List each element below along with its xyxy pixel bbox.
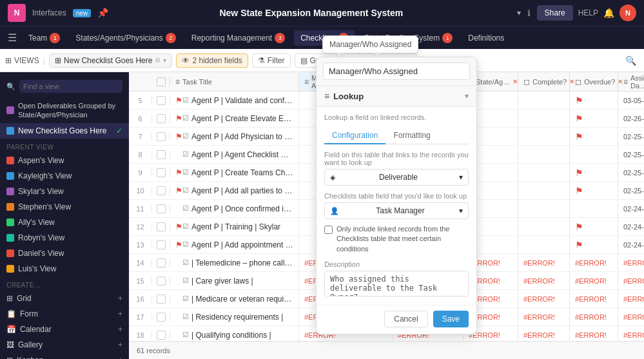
td-overdue[interactable]: ⚑: [570, 218, 618, 235]
td-overdue[interactable]: ⚑: [570, 128, 618, 145]
sidebar-create-form[interactable]: 📋 Form +: [0, 306, 129, 322]
lookup-tab-configuration[interactable]: Configuration: [324, 128, 385, 144]
td-task-title[interactable]: ⚑ ☑ Agent P | Agent Checklist Channel | …: [170, 146, 299, 163]
hidden-fields-button[interactable]: 👁 2 hidden fields: [176, 53, 248, 68]
td-assigned-date[interactable]: #ERROR!: [618, 308, 644, 325]
td-complete[interactable]: [518, 110, 570, 127]
td-overdue[interactable]: #ERROR!: [570, 254, 618, 271]
share-button[interactable]: Share: [537, 5, 573, 21]
row-checkbox[interactable]: [157, 132, 166, 141]
row-checkbox[interactable]: [157, 204, 166, 213]
row-checkbox[interactable]: [157, 114, 166, 123]
td-task-title[interactable]: ⚑ ☑ Agent P | Create Teams Channel | Ste…: [170, 164, 299, 181]
td-assigned-date[interactable]: 02-24-2022: [618, 200, 644, 217]
td-assigned-date[interactable]: #ERROR!: [618, 272, 644, 289]
td-complete[interactable]: #ERROR!: [518, 308, 570, 325]
td-complete[interactable]: [518, 236, 570, 253]
sidebar-item-luiss-view[interactable]: Luis's View: [0, 261, 129, 277]
td-complete[interactable]: [518, 164, 570, 181]
td-task-title[interactable]: ⚑ ☑ | Care giver laws |: [170, 272, 299, 289]
sidebar-item-new-checklist[interactable]: New Checklist Goes Here ✓: [0, 123, 129, 139]
lookup-save-button[interactable]: Save: [433, 311, 469, 327]
sidebar-item-aspens-view[interactable]: Aspen's View: [0, 153, 129, 168]
th-task-title[interactable]: ≡ Task Title: [170, 72, 299, 91]
td-assigned-date[interactable]: #ERROR!: [618, 254, 644, 271]
help-button[interactable]: HELP: [578, 8, 598, 17]
th-overdue[interactable]: ◻ Overdue? ✕: [570, 72, 618, 91]
td-task-title[interactable]: ⚑ ☑ Agent P | Add Physician to Doxy | St…: [170, 128, 299, 145]
th-assigned-date[interactable]: ≡ Assigned Da…: [618, 72, 644, 91]
header-checkbox[interactable]: [157, 77, 166, 86]
filter-button[interactable]: ⚗ Filter: [252, 53, 291, 68]
lookup-field-select-2[interactable]: 👤 Task Manager ▾: [324, 202, 469, 219]
sidebar-item-skylars-view[interactable]: Skylar's View: [0, 184, 129, 199]
td-complete[interactable]: [518, 200, 570, 217]
sidebar-item-daniels-view[interactable]: Daniel's View: [0, 246, 129, 261]
td-complete[interactable]: #ERROR!: [518, 254, 570, 271]
find-view-input[interactable]: [19, 80, 122, 93]
sidebar-item-open-deliverables[interactable]: Open Deliverables Grouped by State/Agent…: [0, 98, 129, 123]
td-complete[interactable]: [518, 182, 570, 199]
sidebar-create-calendar[interactable]: 📅 Calendar +: [0, 322, 129, 337]
td-overdue[interactable]: [570, 200, 618, 217]
state-filter-icon[interactable]: ✕: [512, 78, 518, 85]
nav-states-agents[interactable]: States/Agents/Physicians 2: [69, 30, 182, 46]
td-task-title[interactable]: ⚑ ☑ Agent P | Training | Skylar: [170, 218, 299, 235]
td-complete[interactable]: [518, 92, 570, 109]
search-icon[interactable]: 🔍: [623, 53, 639, 68]
lookup-checkbox[interactable]: [324, 226, 333, 234]
td-assigned-date[interactable]: 02-26-2022: [618, 110, 644, 127]
td-complete[interactable]: #ERROR!: [518, 272, 570, 289]
info-icon[interactable]: ℹ: [527, 8, 531, 18]
td-overdue[interactable]: #ERROR!: [570, 272, 618, 289]
notification-icon[interactable]: 🔔: [603, 8, 614, 18]
td-overdue[interactable]: ⚑: [570, 92, 618, 109]
sidebar-item-robyns-view[interactable]: Robyn's View: [0, 230, 129, 246]
td-assigned-date[interactable]: 02-25-2022: [618, 164, 644, 181]
nav-team[interactable]: Team 1: [22, 30, 66, 46]
td-task-title[interactable]: ⚑ ☑ Agent P | Add all parties to channel…: [170, 182, 299, 199]
row-checkbox[interactable]: [157, 295, 166, 304]
title-arrow-icon[interactable]: ▾: [517, 8, 521, 17]
td-assigned-date[interactable]: 03-05-2022: [618, 92, 644, 109]
td-assigned-date[interactable]: 02-24-2022: [618, 236, 644, 253]
td-overdue[interactable]: #ERROR!: [570, 290, 618, 307]
views-button[interactable]: ⊞ VIEWS: [5, 56, 39, 65]
row-checkbox[interactable]: [157, 331, 166, 340]
sidebar-create-kanban[interactable]: ⊟ Kanban +: [0, 353, 129, 359]
active-tab[interactable]: ⊞ New Checklist Goes Here ⚙ ▾: [49, 53, 172, 68]
sidebar-item-stephens-view[interactable]: Stephen's View: [0, 199, 129, 215]
row-checkbox[interactable]: [157, 168, 166, 177]
lookup-name-input[interactable]: [323, 63, 470, 80]
th-complete[interactable]: ◻ Complete? ✕: [518, 72, 570, 91]
add-kanban-icon[interactable]: +: [118, 356, 122, 359]
active-tab-arrow-icon[interactable]: ▾: [163, 57, 166, 64]
lookup-tab-formatting[interactable]: Formatting: [385, 128, 438, 144]
sidebar-item-allys-view[interactable]: Ally's View: [0, 215, 129, 230]
row-checkbox[interactable]: [157, 240, 166, 249]
td-overdue[interactable]: #ERROR!: [570, 308, 618, 325]
td-assigned-date[interactable]: 02-25-2022: [618, 146, 644, 163]
row-checkbox[interactable]: [157, 222, 166, 231]
add-grid-icon[interactable]: +: [118, 294, 122, 303]
add-form-icon[interactable]: +: [118, 309, 122, 318]
td-overdue[interactable]: [570, 146, 618, 163]
lookup-description-input[interactable]: [324, 271, 469, 296]
row-checkbox[interactable]: [157, 150, 166, 159]
td-task-title[interactable]: ⚑ ☑ Agent P | Validate and confirm physi…: [170, 92, 299, 109]
td-task-title[interactable]: ⚑ ☑ | Residency requirements |: [170, 308, 299, 325]
td-complete[interactable]: [518, 128, 570, 145]
td-overdue[interactable]: ⚑: [570, 110, 618, 127]
sidebar-create-gallery[interactable]: 🖼 Gallery +: [0, 337, 129, 353]
nav-definitions[interactable]: Definitions: [462, 31, 511, 45]
lookup-header-arrow-icon[interactable]: ▾: [465, 92, 469, 101]
td-task-title[interactable]: ⚑ ☑ Agent P | Add appointment types and …: [170, 236, 299, 253]
row-checkbox[interactable]: [157, 258, 166, 267]
sidebar-create-grid[interactable]: ⊞ Grid +: [0, 291, 129, 306]
td-assigned-date[interactable]: 02-24-2022: [618, 218, 644, 235]
lookup-cancel-button[interactable]: Cancel: [384, 311, 427, 327]
td-task-title[interactable]: ⚑ ☑ Agent P | Create Elevate Email | Ste…: [170, 110, 299, 127]
td-assigned-date[interactable]: 02-25-2022: [618, 128, 644, 145]
td-complete[interactable]: [518, 146, 570, 163]
row-checkbox[interactable]: [157, 313, 166, 322]
